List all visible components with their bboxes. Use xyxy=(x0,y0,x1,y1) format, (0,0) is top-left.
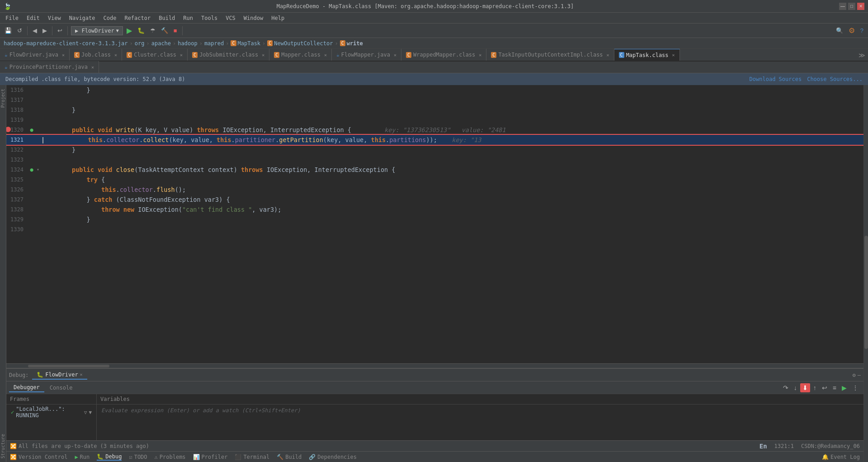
bottom-version-control[interactable]: 🔀 Version Control xyxy=(10,454,67,460)
tab-flowdriver-close[interactable]: ✕ xyxy=(62,52,65,57)
menu-item-view[interactable]: View xyxy=(44,14,65,22)
run-to-cursor-button[interactable]: ↩ xyxy=(820,383,830,392)
bc-mapred[interactable]: mapred xyxy=(204,40,224,47)
menu-item-code[interactable]: Code xyxy=(100,14,120,22)
bottom-problems[interactable]: ⚠ Problems xyxy=(155,454,186,460)
menu-item-tools[interactable]: Tools xyxy=(198,14,221,22)
event-log-label[interactable]: Event Log xyxy=(830,454,860,460)
debug-extra-button[interactable]: ⋮ xyxy=(850,383,861,392)
build-button[interactable]: 🔨 xyxy=(159,26,170,35)
tab-taskinputoutput[interactable]: C TaskInputOutputContextImpl.class ✕ xyxy=(486,49,614,61)
download-sources-link[interactable]: Download Sources xyxy=(750,76,802,82)
step-out-button[interactable]: ↑ xyxy=(811,383,819,392)
decompiled-text: Decompiled .class file, bytecode version… xyxy=(5,76,185,82)
choose-sources-link[interactable]: Choose Sources... xyxy=(807,76,863,82)
step-into-button[interactable]: ↓ xyxy=(792,383,799,392)
debug-minimize-icon[interactable]: — xyxy=(858,372,861,378)
menu-item-window[interactable]: Window xyxy=(240,14,267,22)
tab-maptask-close[interactable]: ✕ xyxy=(672,52,675,57)
menu-item-build[interactable]: Build xyxy=(155,14,179,22)
menu-item-run[interactable]: Run xyxy=(179,14,197,22)
menu-item-vcs[interactable]: VCS xyxy=(222,14,239,22)
bottom-todo[interactable]: ☑ TODO xyxy=(129,454,147,460)
debug-settings-icon[interactable]: ⚙ xyxy=(853,372,856,378)
bottom-run[interactable]: ▶ Run xyxy=(75,454,90,460)
save-button[interactable]: 💾 xyxy=(3,26,14,35)
sync-button[interactable]: ↺ xyxy=(15,26,24,35)
tab-flowmapper[interactable]: ☕ FlowMapper.java ✕ xyxy=(332,49,401,61)
tab-mapper-close[interactable]: ✕ xyxy=(324,52,327,57)
bottom-debug[interactable]: 🐛 Debug xyxy=(97,453,122,461)
frame-running[interactable]: ✓ "LocalJobR...": RUNNING ▽ ▼ xyxy=(6,405,96,420)
bottom-dependencies[interactable]: 🔗 Dependencies xyxy=(309,454,357,460)
tabs-overflow-button[interactable]: ≫ xyxy=(856,50,868,61)
project-panel-label[interactable]: Project xyxy=(0,87,5,110)
run-config-dropdown[interactable]: ▶ FlowDriver ▼ xyxy=(71,26,123,35)
step-into-special-button[interactable]: ⬇ xyxy=(800,383,810,392)
tab-taskinputoutput-close[interactable]: ✕ xyxy=(607,52,609,57)
stop-button[interactable]: ■ xyxy=(172,26,179,35)
menu-item-help[interactable]: Help xyxy=(268,14,288,22)
debug-tab-console[interactable]: Console xyxy=(45,384,77,392)
debug-tab-debugger[interactable]: Debugger xyxy=(9,383,44,392)
bc-hadoop[interactable]: hadoop xyxy=(178,40,197,47)
maximize-button[interactable]: □ xyxy=(848,3,855,10)
console-tab-label: Console xyxy=(50,385,73,391)
step-over-button[interactable]: ↷ xyxy=(781,383,791,392)
undo-button[interactable]: ↩ xyxy=(56,26,64,35)
forward-button[interactable]: ▶ xyxy=(41,26,49,35)
menu-item-navigate[interactable]: Navigate xyxy=(66,14,99,22)
menu-item-file[interactable]: File xyxy=(2,14,22,22)
tab-wrappedmapper-close[interactable]: ✕ xyxy=(479,52,481,57)
watch-expression-input[interactable]: Evaluate expression (Enter) or add a wat… xyxy=(97,405,863,416)
structure-panel-label[interactable]: Structure xyxy=(0,432,5,460)
tab-provincepartitioner-close[interactable]: ✕ xyxy=(91,65,94,70)
settings-button[interactable]: ⚙ xyxy=(847,25,857,36)
tab-flowmapper-close[interactable]: ✕ xyxy=(394,52,396,57)
debug-content: Frames ✓ "LocalJobR...": RUNNING ▽ ▼ Var… xyxy=(6,394,863,440)
debug-resume-button[interactable]: ▶ xyxy=(840,383,849,392)
tab-jobsubmitter[interactable]: C JobSubmitter.class ✕ xyxy=(188,49,269,61)
bc-apache[interactable]: apache xyxy=(151,40,171,47)
bc-write-label[interactable]: write xyxy=(347,40,363,47)
evaluate-button[interactable]: ≡ xyxy=(830,383,839,392)
search-everywhere-button[interactable]: 🔍 xyxy=(834,26,845,35)
menu-item-refactor[interactable]: Refactor xyxy=(121,14,154,22)
debug-session-tab[interactable]: 🐛 FlowDriver ✕ xyxy=(32,371,87,380)
bc-jar[interactable]: hadoop-mapreduce-client-core-3.1.3.jar xyxy=(4,40,128,47)
lang-indicator[interactable]: En xyxy=(760,443,767,450)
coverage-button[interactable]: ☂ xyxy=(148,26,157,35)
tab-flowdriver[interactable]: ☕ FlowDriver.java ✕ xyxy=(0,49,70,61)
tab-provincepartitioner[interactable]: ☕ ProvincePartitioner.java ✕ xyxy=(0,61,99,73)
code-block[interactable]: 1316 } 1317 1318 xyxy=(6,85,863,363)
tab-wrappedmapper[interactable]: C WrappedMapper.class ✕ xyxy=(401,49,486,61)
bc-maptask-label[interactable]: MapTask xyxy=(238,40,261,47)
debug-label: Debug: xyxy=(9,372,28,378)
tab-maptask[interactable]: C MapTask.class ✕ xyxy=(614,49,680,61)
run-button[interactable]: ▶ xyxy=(125,25,134,36)
close-button[interactable]: ✕ xyxy=(857,3,864,10)
debug-run-button[interactable]: 🐛 xyxy=(136,26,146,35)
tab-job[interactable]: C Job.class ✕ xyxy=(70,49,122,61)
tab-job-close[interactable]: ✕ xyxy=(114,52,117,57)
h-scrollbar-thumb[interactable] xyxy=(28,365,109,367)
minimize-button[interactable]: — xyxy=(839,3,846,10)
horizontal-scrollbar[interactable] xyxy=(6,363,863,368)
vertical-scrollbar[interactable] xyxy=(863,85,868,462)
tab-mapper[interactable]: C Mapper.class ✕ xyxy=(269,49,332,61)
tab-cluster-close[interactable]: ✕ xyxy=(180,52,183,57)
debug-session-close[interactable]: ✕ xyxy=(80,372,83,377)
bottom-profiler[interactable]: 📊 Profiler xyxy=(193,454,228,460)
bottom-terminal[interactable]: ⬛ Terminal xyxy=(235,454,269,460)
tab-cluster[interactable]: C Cluster.class ✕ xyxy=(122,49,188,61)
help-button[interactable]: ? xyxy=(859,26,865,35)
tab-jobsubmitter-close[interactable]: ✕ xyxy=(262,52,264,57)
bc-org[interactable]: org xyxy=(135,40,145,47)
v-scrollbar-thumb[interactable] xyxy=(864,236,868,349)
menu-item-edit[interactable]: Edit xyxy=(23,14,43,22)
code-line-1321: 1321 this.collector.collect(key, value, … xyxy=(6,135,863,145)
bottom-build[interactable]: 🔨 Build xyxy=(277,454,302,460)
back-button[interactable]: ◀ xyxy=(31,26,39,35)
bc-newoutput-label[interactable]: NewOutputCollector xyxy=(274,40,333,47)
run-config-arrow: ▼ xyxy=(116,28,119,33)
